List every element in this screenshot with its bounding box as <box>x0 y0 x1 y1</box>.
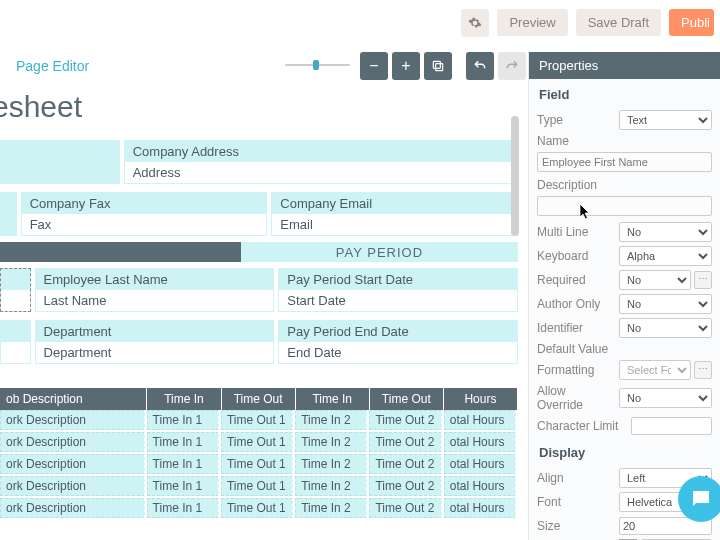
keyboard-select[interactable]: Alpha <box>619 246 712 266</box>
prop-defaultvalue: Default Value <box>529 340 720 358</box>
scrollbar-thumb[interactable] <box>511 116 519 236</box>
authoronly-select[interactable]: No <box>619 294 712 314</box>
field-label: Employee Last Name <box>36 269 274 290</box>
prop-type: Type Text <box>529 108 720 132</box>
prop-label: Align <box>537 471 613 485</box>
field-sliver[interactable] <box>0 192 17 236</box>
breadcrumb[interactable]: Page Editor <box>0 58 89 74</box>
prop-keyboard: Keyboard Alpha <box>529 244 720 268</box>
save-draft-button[interactable]: Save Draft <box>576 9 661 36</box>
prop-label: Name <box>537 134 613 148</box>
identifier-select[interactable]: No <box>619 318 712 338</box>
zoom-in-button[interactable]: + <box>392 52 420 80</box>
chat-icon <box>689 487 713 511</box>
prop-identifier: Identifier No <box>529 316 720 340</box>
td[interactable]: Time In 2 <box>295 432 367 452</box>
td[interactable]: otal Hours <box>444 454 516 474</box>
td[interactable]: ork Description <box>0 476 145 496</box>
table-row[interactable]: ork Description Time In 1 Time Out 1 Tim… <box>0 454 518 476</box>
td[interactable]: otal Hours <box>444 476 516 496</box>
td[interactable]: Time In 2 <box>295 410 367 430</box>
td[interactable]: Time In 1 <box>147 410 219 430</box>
field-blank-left[interactable] <box>0 140 120 184</box>
field-value: Start Date <box>279 290 517 311</box>
td[interactable]: Time Out 1 <box>221 476 293 496</box>
zoom-slider[interactable] <box>285 60 350 70</box>
table-row[interactable]: ork Description Time In 1 Time Out 1 Tim… <box>0 410 518 432</box>
svg-rect-1 <box>433 61 440 68</box>
prop-authoronly: Author Only No <box>529 292 720 316</box>
td[interactable]: Time In 2 <box>295 498 367 518</box>
description-input[interactable] <box>537 196 712 216</box>
publish-button[interactable]: Publi <box>669 9 714 36</box>
td[interactable]: Time In 2 <box>295 476 367 496</box>
formatting-select[interactable]: Select Format <box>619 360 691 380</box>
td[interactable]: ork Description <box>0 432 145 452</box>
td[interactable]: Time In 2 <box>295 454 367 474</box>
charlimit-input[interactable] <box>631 417 712 435</box>
field-company-email[interactable]: Company Email Email <box>271 192 518 236</box>
zoom-thumb[interactable] <box>313 60 319 70</box>
canvas-scrollbar[interactable] <box>510 86 520 540</box>
prop-multiline: Multi Line No <box>529 220 720 244</box>
field-company-address[interactable]: Company Address Address <box>124 140 518 184</box>
table-row[interactable]: ork Description Time In 1 Time Out 1 Tim… <box>0 498 518 520</box>
editor-canvas[interactable]: esheet Company Address Address Company F… <box>0 86 518 540</box>
td[interactable]: Time Out 2 <box>369 498 441 518</box>
td[interactable]: Time Out 1 <box>221 498 293 518</box>
td[interactable]: Time Out 1 <box>221 454 293 474</box>
field-pay-period-end[interactable]: Pay Period End Date End Date <box>278 320 518 364</box>
settings-button[interactable] <box>461 9 489 37</box>
table-row[interactable]: ork Description Time In 1 Time Out 1 Tim… <box>0 432 518 454</box>
prop-label: Character Limit <box>537 419 625 433</box>
redo-button[interactable] <box>498 52 526 80</box>
table-row[interactable]: ork Description Time In 1 Time Out 1 Tim… <box>0 476 518 498</box>
prop-label: Size <box>537 519 613 533</box>
panel-title: Properties <box>529 52 720 79</box>
preview-button[interactable]: Preview <box>497 9 567 36</box>
required-more-button[interactable]: ⋯ <box>694 271 712 289</box>
undo-icon <box>473 59 487 73</box>
name-input[interactable] <box>537 152 712 172</box>
allowoverride-select[interactable]: No <box>619 388 712 408</box>
td[interactable]: Time In 1 <box>147 454 219 474</box>
field-department[interactable]: Department Department <box>35 320 275 364</box>
td[interactable]: Time Out 1 <box>221 410 293 430</box>
copy-button[interactable] <box>424 52 452 80</box>
td[interactable]: Time Out 2 <box>369 454 441 474</box>
td[interactable]: Time In 1 <box>147 498 219 518</box>
td[interactable]: otal Hours <box>444 410 516 430</box>
field-label: Company Email <box>272 193 517 214</box>
td[interactable]: ork Description <box>0 454 145 474</box>
td[interactable]: Time In 1 <box>147 476 219 496</box>
required-select[interactable]: No <box>619 270 691 290</box>
zoom-out-button[interactable]: − <box>360 52 388 80</box>
field-employee-last-name[interactable]: Employee Last Name Last Name <box>35 268 275 312</box>
section-field: Field <box>529 79 720 108</box>
field-employee-first-name-selected[interactable] <box>0 268 31 312</box>
td[interactable]: Time In 1 <box>147 432 219 452</box>
td[interactable]: ork Description <box>0 498 145 518</box>
th-hours: Hours <box>444 388 518 410</box>
field-pay-period-start[interactable]: Pay Period Start Date Start Date <box>278 268 518 312</box>
field-value: Email <box>272 214 517 235</box>
undo-button[interactable] <box>466 52 494 80</box>
copy-icon <box>431 59 445 73</box>
chat-widget[interactable] <box>678 476 720 522</box>
td[interactable]: Time Out 1 <box>221 432 293 452</box>
field-company-fax[interactable]: Company Fax Fax <box>21 192 268 236</box>
td[interactable]: otal Hours <box>444 432 516 452</box>
multiline-select[interactable]: No <box>619 222 712 242</box>
td[interactable]: Time Out 2 <box>369 410 441 430</box>
prop-label: Font <box>537 495 613 509</box>
td[interactable]: Time Out 2 <box>369 476 441 496</box>
field-label: Company Address <box>125 141 517 162</box>
td[interactable]: otal Hours <box>444 498 516 518</box>
page-title: esheet <box>0 86 518 140</box>
formatting-more-button[interactable]: ⋯ <box>694 361 712 379</box>
td[interactable]: Time Out 2 <box>369 432 441 452</box>
td[interactable]: ork Description <box>0 410 145 430</box>
field-blank[interactable] <box>0 320 31 364</box>
type-select[interactable]: Text <box>619 110 712 130</box>
prop-label: Allow Override <box>537 384 613 412</box>
